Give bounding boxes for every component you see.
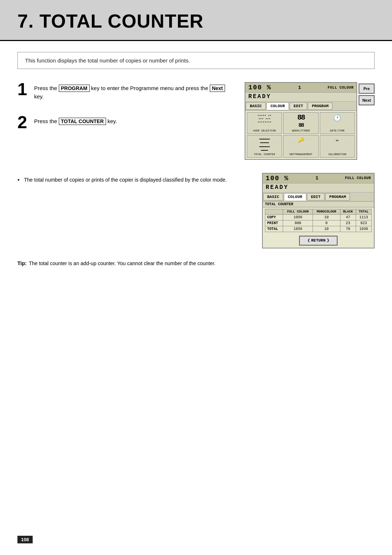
col-header-total: TOTAL [356, 209, 371, 214]
lcd1-calibration-label: CALIBRATION [328, 153, 347, 156]
step1-text-middle: key to enter the Programme menu and pres… [90, 85, 210, 91]
steps-area: 1 Press the PROGRAM key to enter the Pro… [17, 82, 375, 160]
lcd1-ready: READY [245, 93, 356, 102]
lcd-screen-1: 100 % 1 FULL COLOUR READY BASIC COLOUR E… [245, 82, 357, 160]
lcd1-top-center: 1 [298, 85, 301, 90]
row-print-full-colour: 800 [283, 220, 313, 226]
lcd1-tab-edit[interactable]: EDIT [290, 102, 307, 110]
lcd2-top-left: 100 % [266, 175, 289, 182]
return-label: RETURN [311, 238, 326, 243]
row-copy-monocolour: 10 [313, 214, 340, 220]
lcd1-topbar: 100 % 1 FULL COLOUR [245, 83, 356, 93]
row-total-black: 70 [340, 226, 356, 232]
row-print-total: 823 [356, 220, 371, 226]
lcd1-tabs: BASIC COLOUR EDIT PROGRAM [245, 102, 356, 111]
lcd2-ready: READY [263, 183, 374, 193]
lcd1-top-left: 100 % [248, 84, 271, 91]
content: This function displays the total number … [0, 52, 392, 267]
col-header-full-colour: FULL COLOUR [283, 209, 313, 214]
lcd1-datetime-label: DATE/TIME [330, 129, 345, 132]
lcd1-icon-datetime[interactable]: 🕐 DATE/TIME [320, 112, 355, 134]
next-button[interactable]: Next [359, 95, 375, 105]
lcd1-icon-total-counter[interactable]: ▬▬▬▬▬▬ ▬▬▬▬▬ ▬▬▬▬▬▬ ▬▬▬▬ TOTAL COUNTER [247, 135, 282, 158]
key-icon: 🔑 [298, 137, 304, 143]
return-chevron-right: 》 [327, 238, 331, 243]
lcd2-topbar: 100 % 1 FULL COLOUR [263, 174, 374, 183]
step1-text-after: key. [34, 93, 44, 100]
step2-text-after: key. [106, 118, 117, 124]
info-box: This function displays the total number … [17, 52, 375, 69]
step-1-text: Press the PROGRAM key to enter the Progr… [34, 82, 230, 101]
table-row-copy: COPY 1056 10 47 1113 [265, 214, 372, 220]
counter-table-wrapper: FULL COLOUR MONOCOLOUR BLACK TOTAL COPY … [263, 207, 374, 234]
lcd1-icons-row1: ▪▪▪▪▪ ▪▪ ▪▪▪ ▪▪▪ ▪▪▪▪▪▪▪▪ USER SELECTION… [245, 111, 356, 134]
counter-table: FULL COLOUR MONOCOLOUR BLACK TOTAL COPY … [265, 209, 372, 232]
return-button[interactable]: 《 RETURN 》 [299, 236, 338, 246]
lcd1-total-counter-label: TOTAL COUNTER [254, 153, 275, 156]
lcd1-deptmgmt-label: DEPTMANAGEMENT [290, 153, 313, 156]
lcd1-weeklytimer-label: WEEKLYTIMER [292, 129, 310, 132]
lcd2-top-right: FULL COLOUR [345, 176, 371, 180]
row-total-full-colour: 1856 [283, 226, 313, 232]
step-2: 2 Press the TOTAL COUNTER key. [17, 115, 230, 131]
pen-icon: ✏️ [336, 137, 339, 143]
screen1-container: 100 % 1 FULL COLOUR READY BASIC COLOUR E… [245, 82, 375, 160]
lcd1-nav-buttons: Pre Next [359, 82, 375, 160]
col-header-empty [265, 209, 283, 214]
lcd1-icon-user-selection[interactable]: ▪▪▪▪▪ ▪▪ ▪▪▪ ▪▪▪ ▪▪▪▪▪▪▪▪ USER SELECTION [247, 112, 282, 134]
row-total-monocolour: 10 [313, 226, 340, 232]
page-title: 7. TOTAL COUNTER [17, 10, 375, 32]
lcd1-top-right: FULL COLOUR [328, 86, 354, 90]
step1-text-before: Press the [34, 85, 59, 91]
row-copy-black: 47 [340, 214, 356, 220]
tip-text: The total counter is an add-up counter. … [29, 259, 215, 267]
row-copy-label: COPY [265, 214, 283, 220]
clock-icon: 🕐 [333, 114, 341, 122]
screen1-wrap: 100 % 1 FULL COLOUR READY BASIC COLOUR E… [245, 82, 375, 160]
steps-left: 1 Press the PROGRAM key to enter the Pro… [17, 82, 230, 160]
pre-button[interactable]: Pre [359, 84, 375, 94]
second-area: The total number of copies or prints of … [17, 173, 375, 248]
second-left: The total number of copies or prints of … [17, 173, 248, 248]
lcd1-tab-program[interactable]: PROGRAM [308, 102, 332, 110]
row-total-total: 1936 [356, 226, 371, 232]
col-header-monocolour: MONOCOLOUR [313, 209, 340, 214]
screen2-container: 100 % 1 FULL COLOUR READY BASIC COLOUR E… [262, 173, 375, 248]
step2-key1: TOTAL COUNTER [59, 118, 106, 125]
col-header-black: BLACK [340, 209, 356, 214]
tip-section: Tip: The total counter is an add-up coun… [17, 259, 375, 267]
step-2-text: Press the TOTAL COUNTER key. [34, 115, 117, 126]
row-copy-total: 1113 [356, 214, 371, 220]
table-row-total: TOTAL 1856 10 70 1936 [265, 226, 372, 232]
lcd1-icon-calibration[interactable]: ✏️ CALIBRATION [320, 135, 355, 158]
page-number: 108 [17, 536, 33, 543]
lcd2-tab-basic[interactable]: BASIC [263, 193, 283, 200]
step-1: 1 Press the PROGRAM key to enter the Pro… [17, 82, 230, 101]
tip-label: Tip: [17, 259, 26, 267]
lcd2-tab-edit[interactable]: EDIT [307, 193, 324, 200]
step2-text-before: Press the [34, 118, 59, 124]
lcd1-icon-weeklytimer[interactable]: 8888 WEEKLYTIMER [283, 112, 318, 134]
lcd2-tabs: BASIC COLOUR EDIT PROGRAM [263, 193, 374, 202]
lcd1-user-selection-label: USER SELECTION [253, 129, 276, 132]
step1-key2: Next [210, 85, 225, 92]
total-counter-header: TOTAL COUNTER [263, 202, 374, 207]
lcd1-icon-deptmgmt[interactable]: 🔑 DEPTMANAGEMENT [283, 135, 318, 158]
row-print-black: 23 [340, 220, 356, 226]
lcd1-icons-row2: ▬▬▬▬▬▬ ▬▬▬▬▬ ▬▬▬▬▬▬ ▬▬▬▬ TOTAL COUNTER 🔑… [245, 134, 356, 159]
return-chevron-left: 《 [306, 238, 310, 243]
lcd-screen-2: 100 % 1 FULL COLOUR READY BASIC COLOUR E… [262, 173, 375, 248]
lcd2-top-center: 1 [315, 175, 318, 181]
row-print-label: PRINT [265, 220, 283, 226]
lcd2-tab-program[interactable]: PROGRAM [325, 193, 350, 200]
row-total-label: TOTAL [265, 226, 283, 232]
info-text: This function displays the total number … [25, 57, 190, 64]
table-row-print: PRINT 800 0 23 823 [265, 220, 372, 226]
step-1-number: 1 [17, 81, 30, 98]
bullet-text: The total number of copies or prints of … [17, 176, 248, 184]
lcd1-tab-colour[interactable]: COLOUR [266, 102, 289, 110]
row-print-monocolour: 0 [313, 220, 340, 226]
lcd2-tab-colour[interactable]: COLOUR [284, 193, 306, 200]
step1-key1: PROGRAM [59, 85, 90, 92]
lcd1-tab-basic[interactable]: BASIC [246, 102, 266, 110]
